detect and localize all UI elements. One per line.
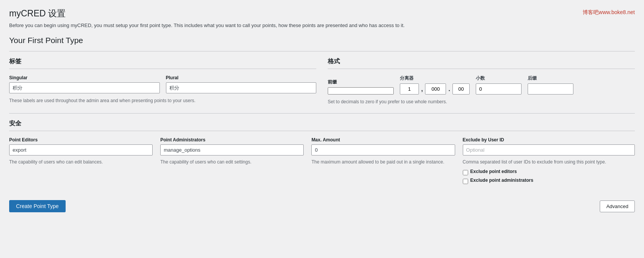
suffix-input[interactable] <box>528 83 573 95</box>
exclude-admins-row: Exclude point administrators <box>463 178 635 185</box>
intro-text: Before you can begin using myCRED, you m… <box>9 22 635 28</box>
comma-separator: , <box>420 86 423 93</box>
format-section: 格式 前缀 分离器 , . <box>328 58 635 106</box>
divider-middle <box>9 113 635 114</box>
security-title: 安全 <box>9 120 635 131</box>
exclude-label: Exclude by User ID <box>463 137 635 143</box>
separator-label: 分离器 <box>400 75 470 82</box>
singular-label: Singular <box>9 75 160 80</box>
decimals-label: 小数 <box>476 75 522 82</box>
max-amount-input[interactable] <box>311 144 455 155</box>
decimals-input[interactable] <box>476 83 522 95</box>
prefix-input[interactable] <box>328 87 394 95</box>
singular-group: Singular <box>9 75 160 93</box>
point-admins-desc: The capability of users who can edit set… <box>160 159 304 166</box>
exclude-input[interactable] <box>463 144 635 155</box>
sep-decimals-input[interactable] <box>452 83 470 95</box>
sep-num-input[interactable] <box>400 83 419 95</box>
plural-group: Plural <box>166 75 317 93</box>
first-point-type-heading: Your First Point Type <box>9 36 635 45</box>
suffix-label: 后缀 <box>528 75 573 82</box>
labels-title: 标签 <box>9 58 316 69</box>
sep-thousands-input[interactable] <box>425 83 446 95</box>
exclude-desc: Comma separated list of user IDs to excl… <box>463 159 635 166</box>
exclude-editors-label: Exclude point editors <box>470 169 517 174</box>
point-admins-group: Point Administrators The capability of u… <box>160 137 304 186</box>
divider-top <box>9 51 635 51</box>
page-title: myCRED 设置 <box>9 8 66 19</box>
exclude-editors-checkbox[interactable] <box>463 170 468 175</box>
format-description: Set to decimals to zero if you prefer to… <box>328 98 635 106</box>
exclude-checkboxes: Exclude point editors Exclude point admi… <box>463 169 635 186</box>
exclude-admins-checkbox[interactable] <box>463 179 468 184</box>
point-admins-input[interactable] <box>160 144 304 155</box>
exclude-editors-row: Exclude point editors <box>463 169 635 176</box>
singular-input[interactable] <box>9 82 160 93</box>
point-editors-input[interactable] <box>9 144 153 155</box>
prefix-label: 前缀 <box>328 79 394 85</box>
create-point-type-button[interactable]: Create Point Type <box>9 200 66 212</box>
point-editors-label: Point Editors <box>9 137 153 143</box>
advanced-button[interactable]: Advanced <box>600 200 635 212</box>
blog-link: 博客吧www.boke8.net <box>583 9 635 16</box>
exclude-admins-label: Exclude point administrators <box>470 178 533 183</box>
max-amount-desc: The maximum amount allowed to be paid ou… <box>311 159 455 166</box>
format-title: 格式 <box>328 58 635 69</box>
max-amount-group: Max. Amount The maximum amount allowed t… <box>311 137 455 186</box>
point-editors-group: Point Editors The capability of users wh… <box>9 137 153 186</box>
labels-description: These labels are used throughout the adm… <box>9 97 316 104</box>
exclude-group: Exclude by User ID Comma separated list … <box>463 137 635 186</box>
point-admins-label: Point Administrators <box>160 137 304 143</box>
security-section: 安全 Point Editors The capability of users… <box>9 120 635 186</box>
max-amount-label: Max. Amount <box>311 137 455 143</box>
dot-separator: . <box>448 86 451 93</box>
footer-bar: Create Point Type Advanced <box>9 194 635 212</box>
plural-input[interactable] <box>166 82 317 93</box>
plural-label: Plural <box>166 75 317 80</box>
point-editors-desc: The capability of users who can edit bal… <box>9 159 153 166</box>
labels-section: 标签 Singular Plural These labels are used… <box>9 58 316 106</box>
